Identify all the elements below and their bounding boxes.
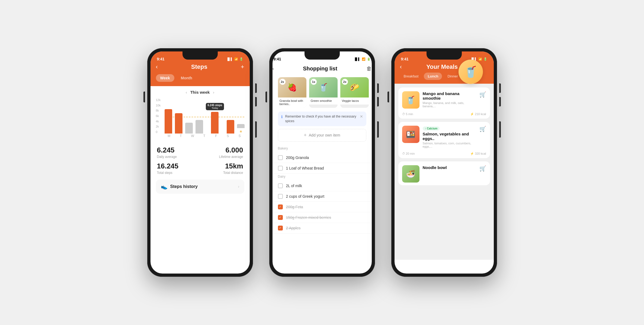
calcium-tag: ↑ Calcium bbox=[423, 126, 440, 131]
battery-icon-2: 🔋 bbox=[367, 57, 371, 61]
smoothie-meal-desc: Mango, banana, and milk, oats, banana,..… bbox=[423, 101, 476, 108]
notch-3 bbox=[427, 51, 462, 60]
next-week-btn[interactable]: › bbox=[213, 90, 214, 95]
checkbox-wheat-bread[interactable] bbox=[278, 166, 283, 171]
wifi-icon-2: 📶 bbox=[362, 57, 366, 61]
meals-title: Your Meals bbox=[426, 63, 458, 70]
back-icon-steps[interactable]: ‹ bbox=[156, 63, 158, 70]
bar-friday: 6.245 steps Today bbox=[206, 103, 224, 134]
item-text-feta: 200g Feta bbox=[286, 205, 303, 209]
item-text-milk: 2L of milk bbox=[286, 184, 302, 188]
tab-month[interactable]: Month bbox=[177, 74, 197, 82]
item-feta: ✓ 200g Feta bbox=[273, 202, 372, 212]
add-icon-steps[interactable]: + bbox=[241, 63, 244, 70]
salmon-meal-img: 🍱 bbox=[402, 126, 419, 143]
checkbox-milk[interactable] bbox=[278, 183, 283, 188]
recipe-smoothie[interactable]: 1x 🥤 Green smoothie bbox=[309, 77, 338, 108]
tab-lunch[interactable]: Lunch bbox=[424, 73, 442, 80]
tab-breakfast[interactable]: Breakfast bbox=[400, 73, 422, 80]
item-berries: ✓ 150g Frozen mixed berries bbox=[273, 212, 372, 223]
steps-title: Steps bbox=[191, 63, 207, 70]
bar-tuesday bbox=[175, 113, 182, 134]
prev-week-btn[interactable]: ‹ bbox=[186, 90, 187, 95]
salmon-meal-info: ↑ Calcium Salmon, vegetables and eggs.. … bbox=[423, 126, 476, 148]
lifetime-avg-lbl: Lifetime average bbox=[200, 155, 243, 159]
smoothie-meal-meta: ⏱ 5 min ⚡ 210 kcal bbox=[398, 111, 490, 119]
smoothie-meal-img: 🥤 bbox=[402, 91, 419, 109]
recipe-name-granola: Granola bowl with berries.. bbox=[278, 98, 306, 108]
steps-history-left: 👟 Steps history bbox=[161, 183, 198, 190]
status-time-3: 9:41 bbox=[401, 57, 409, 61]
noodle-meal-info: Noodle bowl bbox=[423, 165, 476, 170]
basket-btn-noodle[interactable]: 🛒 bbox=[479, 165, 486, 172]
battery-icon-3: 🔋 bbox=[483, 57, 487, 61]
trash-icon[interactable]: 🗑 bbox=[366, 66, 372, 72]
checkbox-apples[interactable]: ✓ bbox=[278, 226, 283, 230]
phone-meals: 9:41 ▐▌▌ 📶 🔋 ‹ Your Meals Breakfast Lunc… bbox=[391, 48, 497, 277]
battery-icon: 🔋 bbox=[239, 57, 243, 61]
recipe-name-smoothie: Green smoothie bbox=[309, 98, 338, 105]
week-label: This week bbox=[190, 90, 210, 95]
smoothie-meal-info: Mango and banana smoothie Mango, banana,… bbox=[423, 91, 476, 108]
status-time-1: 9:41 bbox=[157, 57, 165, 61]
signal-icon: ▐▌▌ bbox=[226, 57, 233, 61]
bar-thursday bbox=[196, 120, 203, 134]
meals-list: 🥤 Mango and banana smoothie Mango, banan… bbox=[395, 84, 494, 260]
steps-history-row[interactable]: 👟 Steps history › bbox=[156, 180, 244, 194]
salmon-meal-name: Salmon, vegetables and eggs.. bbox=[423, 132, 476, 141]
checkbox-berries[interactable]: ✓ bbox=[278, 215, 283, 220]
status-icons-1: ▐▌▌ 📶 🔋 bbox=[226, 57, 243, 61]
back-icon-shopping[interactable]: ‹ bbox=[273, 66, 274, 72]
notch bbox=[182, 51, 218, 60]
daily-avg-lbl: Daily average bbox=[157, 155, 200, 159]
item-apples: ✓ 2 Apples bbox=[273, 223, 372, 233]
item-yogurt: 2 cups of Greek yogurt bbox=[273, 191, 372, 202]
checkbox-feta[interactable]: ✓ bbox=[278, 204, 283, 209]
close-banner-btn[interactable]: ✕ bbox=[360, 114, 363, 119]
add-own-row[interactable]: + Add your own item bbox=[278, 129, 366, 142]
meal-card-salmon: 🍱 ↑ Calcium Salmon, vegetables and eggs.… bbox=[398, 122, 490, 158]
recipe-name-tacos: Veggie tacos bbox=[340, 98, 369, 105]
x-labels: M T W T F S S bbox=[165, 134, 244, 138]
bar-saturday bbox=[227, 120, 234, 134]
item-wheat-bread: 1 Loaf of Wheat Bread bbox=[273, 163, 372, 174]
recipe-granola[interactable]: 2x 🍓 Granola bowl with berries.. bbox=[278, 77, 306, 108]
total-steps-lbl: Total steps bbox=[157, 171, 200, 175]
bar-fri bbox=[211, 112, 219, 134]
recipe-badge-smoothie: 1x bbox=[311, 79, 317, 85]
recipes-scroll: 2x 🍓 Granola bowl with berries.. 1x 🥤 Gr… bbox=[273, 73, 372, 112]
tab-week[interactable]: Week bbox=[156, 74, 174, 82]
item-granola: 200g Granola bbox=[273, 152, 372, 163]
basket-btn-salmon[interactable]: 🛒 bbox=[479, 126, 486, 132]
bars-area: 6.245 steps Today ★ bbox=[156, 98, 244, 138]
checkbox-granola[interactable] bbox=[278, 155, 283, 160]
recipe-tacos[interactable]: 2x 🌮 Veggie tacos bbox=[340, 77, 369, 108]
meal-card-top-salmon: 🍱 ↑ Calcium Salmon, vegetables and eggs.… bbox=[398, 122, 490, 151]
phones-container: 9:41 ▐▌▌ 📶 🔋 ‹ Steps + Week Month bbox=[147, 48, 497, 277]
stats-grid: 6.245 Daily average 6.000 Lifetime avera… bbox=[150, 142, 250, 175]
basket-btn-smoothie[interactable]: 🛒 bbox=[479, 91, 486, 98]
meal-card-top-smoothie: 🥤 Mango and banana smoothie Mango, banan… bbox=[398, 87, 490, 111]
steps-history-label: Steps history bbox=[170, 184, 198, 189]
bar-sunday: ★ bbox=[237, 124, 245, 134]
shopping-title: Shopping list bbox=[303, 66, 337, 72]
week-nav: ‹ This week › bbox=[150, 86, 250, 96]
back-icon-meals[interactable]: ‹ bbox=[400, 63, 402, 70]
checkbox-yogurt[interactable] bbox=[278, 194, 283, 199]
total-dist-val: 15km bbox=[200, 162, 243, 170]
item-text-yogurt: 2 cups of Greek yogurt bbox=[286, 194, 325, 199]
info-banner: ℹ Remember to check if you have all the … bbox=[278, 112, 366, 126]
salmon-meal-desc: Salmon, tomatoes, corn, cucumbers, eggs,… bbox=[423, 142, 476, 148]
bar-sun bbox=[237, 124, 245, 128]
phone-steps: 9:41 ▐▌▌ 📶 🔋 ‹ Steps + Week Month bbox=[147, 48, 253, 277]
lifetime-avg-val: 6.000 bbox=[200, 146, 243, 154]
signal-icon-2: ▐▌▌ bbox=[354, 57, 360, 61]
bar-mon bbox=[165, 109, 172, 134]
item-text-berries: 150g Frozen mixed berries bbox=[286, 215, 331, 220]
total-dist-lbl: Total distance bbox=[200, 171, 243, 175]
bar-tue bbox=[175, 113, 182, 134]
chevron-right-icon: › bbox=[238, 184, 239, 189]
item-milk: 2L of milk bbox=[273, 181, 372, 191]
steps-tabs: Week Month bbox=[156, 74, 244, 82]
smoothie-header-image: 🥤 bbox=[459, 60, 483, 84]
